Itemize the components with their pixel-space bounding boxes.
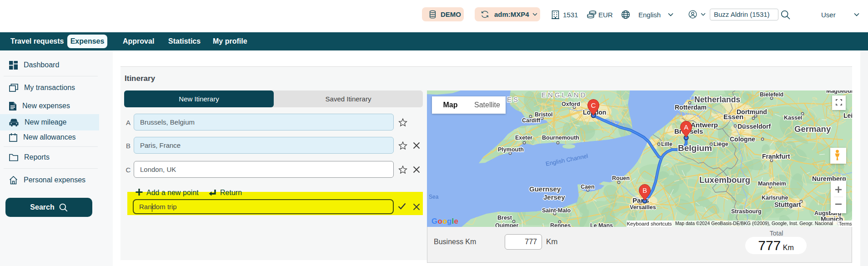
svg-text:Guernsey: Guernsey [529, 185, 561, 193]
svg-text:Karlsruhe: Karlsruhe [762, 195, 788, 201]
svg-text:ENGLAND: ENGLAND [542, 91, 587, 99]
svg-text:Frankfurt: Frankfurt [762, 153, 790, 160]
svg-text:A: A [684, 123, 688, 131]
svg-text:Le Mans: Le Mans [590, 222, 613, 227]
svg-text:Belgium: Belgium [678, 143, 712, 153]
svg-text:Cologne: Cologne [730, 136, 755, 143]
svg-text:Exeter: Exeter [515, 135, 532, 141]
svg-text:Kassel: Kassel [784, 115, 802, 121]
svg-text:Liège: Liège [713, 141, 728, 147]
svg-text:Caen: Caen [581, 184, 595, 190]
svg-text:Luxembourg: Luxembourg [699, 175, 750, 185]
svg-text:C: C [591, 101, 596, 109]
svg-text:Rennes: Rennes [550, 222, 571, 227]
svg-text:Lille: Lille [661, 141, 672, 147]
svg-text:Leip: Leip [843, 112, 852, 119]
svg-text:Quimper: Quimper [495, 222, 519, 227]
svg-text:B: B [642, 186, 647, 194]
svg-text:Strasbourg: Strasbourg [731, 208, 762, 215]
svg-text:Oxford: Oxford [562, 101, 580, 107]
svg-text:Jersey: Jersey [543, 193, 565, 201]
svg-text:Sea: Sea [429, 194, 439, 200]
svg-text:ES: ES [507, 95, 520, 103]
svg-text:Versailles: Versailles [630, 204, 656, 211]
svg-text:Germany: Germany [794, 124, 831, 134]
svg-text:Mannheim: Mannheim [758, 181, 786, 187]
svg-text:Dortmund: Dortmund [737, 108, 767, 115]
svg-text:Rouen: Rouen [612, 175, 630, 181]
svg-text:Plymouth: Plymouth [498, 146, 524, 153]
svg-text:Stuttgart: Stuttgart [774, 201, 801, 208]
svg-text:Brest: Brest [497, 215, 512, 221]
svg-text:Cardiff: Cardiff [522, 117, 541, 124]
svg-text:Magdeburg: Magdeburg [826, 90, 852, 94]
svg-text:Bristol: Bristol [535, 111, 553, 118]
svg-text:Düsseldorf: Düsseldorf [738, 123, 771, 130]
svg-text:Rotterdam: Rotterdam [675, 104, 707, 111]
svg-text:Saint-Malo: Saint-Malo [542, 207, 571, 214]
svg-text:Antwerp: Antwerp [691, 121, 718, 129]
svg-text:Bournemouth: Bournemouth [542, 135, 579, 141]
svg-text:Bielefeld: Bielefeld [760, 91, 783, 98]
svg-text:Netherlands: Netherlands [694, 95, 740, 104]
